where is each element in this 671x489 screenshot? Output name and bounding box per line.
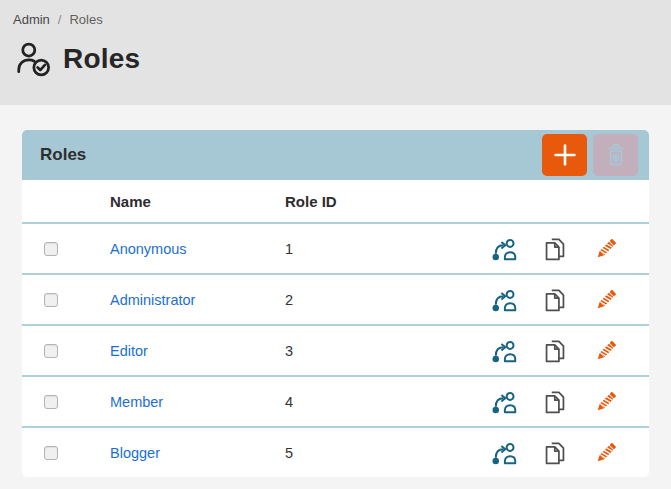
breadcrumb-admin[interactable]: Admin [13, 12, 50, 27]
edit-button[interactable] [593, 337, 619, 365]
panel-toolbar [542, 134, 638, 176]
permissions-button[interactable] [491, 439, 517, 467]
table-row: Editor 3 [22, 324, 649, 375]
edit-button[interactable] [593, 439, 619, 467]
role-id-value: 3 [285, 343, 491, 359]
table-header-row: Name Role ID [22, 180, 649, 222]
row-checkbox[interactable] [44, 293, 58, 307]
copy-icon [542, 389, 568, 415]
role-id-value: 1 [285, 241, 491, 257]
add-role-button[interactable] [542, 134, 587, 176]
table-row: Administrator 2 [22, 273, 649, 324]
column-header-name: Name [110, 193, 285, 210]
user-permissions-icon [491, 236, 517, 262]
copy-button[interactable] [542, 286, 568, 314]
edit-button[interactable] [593, 388, 619, 416]
copy-button[interactable] [542, 235, 568, 263]
roles-panel: Roles [22, 130, 649, 477]
topbar: Admin / Roles Roles [0, 0, 671, 105]
edit-button[interactable] [593, 286, 619, 314]
user-permissions-icon [491, 338, 517, 364]
table-row: Blogger 5 [22, 426, 649, 477]
role-name-link[interactable]: Anonymous [110, 241, 187, 257]
edit-pencil-icon [593, 337, 619, 365]
breadcrumb-separator: / [58, 12, 62, 27]
role-name-link[interactable]: Blogger [110, 445, 160, 461]
row-checkbox[interactable] [44, 344, 58, 358]
role-id-value: 2 [285, 292, 491, 308]
page-body: Roles [0, 105, 671, 489]
row-checkbox[interactable] [44, 446, 58, 460]
edit-pencil-icon [593, 388, 619, 416]
row-checkbox[interactable] [44, 242, 58, 256]
delete-selected-button[interactable] [593, 134, 638, 176]
permissions-button[interactable] [491, 235, 517, 263]
permissions-button[interactable] [491, 337, 517, 365]
table-row: Member 4 [22, 375, 649, 426]
copy-icon [542, 338, 568, 364]
copy-button[interactable] [542, 337, 568, 365]
edit-pencil-icon [593, 286, 619, 314]
edit-button[interactable] [593, 235, 619, 263]
user-permissions-icon [491, 440, 517, 466]
user-permissions-icon [491, 389, 517, 415]
trash-icon [603, 141, 629, 169]
copy-icon [542, 440, 568, 466]
breadcrumb: Admin / Roles [13, 12, 671, 27]
column-header-role-id: Role ID [285, 193, 649, 210]
user-check-icon [14, 40, 52, 78]
role-id-value: 5 [285, 445, 491, 461]
panel-title: Roles [40, 145, 86, 165]
copy-button[interactable] [542, 439, 568, 467]
role-name-link[interactable]: Administrator [110, 292, 195, 308]
page-title: Roles [63, 43, 140, 75]
plus-icon [552, 142, 578, 168]
role-name-link[interactable]: Editor [110, 343, 148, 359]
breadcrumb-roles: Roles [69, 12, 102, 27]
copy-button[interactable] [542, 388, 568, 416]
role-name-link[interactable]: Member [110, 394, 163, 410]
panel-header: Roles [22, 130, 649, 180]
permissions-button[interactable] [491, 388, 517, 416]
copy-icon [542, 287, 568, 313]
edit-pencil-icon [593, 235, 619, 263]
table-body: Anonymous 1 [22, 222, 649, 477]
copy-icon [542, 236, 568, 262]
row-checkbox[interactable] [44, 395, 58, 409]
edit-pencil-icon [593, 439, 619, 467]
permissions-button[interactable] [491, 286, 517, 314]
table-row: Anonymous 1 [22, 222, 649, 273]
role-id-value: 4 [285, 394, 491, 410]
user-permissions-icon [491, 287, 517, 313]
